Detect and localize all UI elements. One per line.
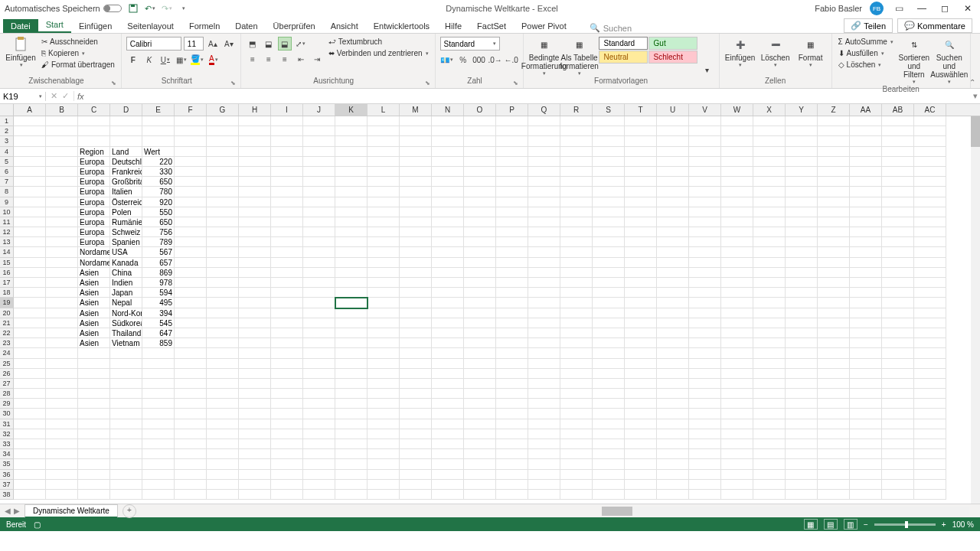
close-icon[interactable]: ✕ [960,3,975,14]
cell[interactable] [78,126,110,136]
cell[interactable] [400,217,432,227]
cell[interactable] [271,379,303,389]
cell[interactable] [914,116,946,126]
cell[interactable]: Nord-Korea [110,308,142,318]
row-header-3[interactable]: 3 [0,136,14,146]
row-header-15[interactable]: 15 [0,258,14,268]
cell[interactable] [175,338,207,348]
cell[interactable] [914,217,946,227]
cell[interactable] [464,187,496,197]
cell[interactable] [818,470,850,480]
cell[interactable] [368,449,400,459]
cell[interactable] [593,318,625,328]
cell[interactable] [400,480,432,490]
cell[interactable] [753,399,786,409]
macro-record-icon[interactable]: ▢ [34,520,41,529]
cell[interactable] [496,439,528,449]
cell[interactable] [175,429,207,439]
cell[interactable] [303,207,335,217]
cell[interactable] [175,227,207,237]
cell[interactable] [400,207,432,217]
cell[interactable] [175,126,207,136]
cell[interactable] [335,268,368,278]
cell[interactable] [657,359,689,369]
cell[interactable] [882,136,914,146]
cell[interactable] [46,247,78,257]
cell[interactable] [753,470,786,480]
cell[interactable] [14,470,46,480]
cell[interactable] [239,308,271,318]
cell[interactable] [528,197,560,207]
cell[interactable] [207,116,239,126]
cell[interactable] [142,459,175,469]
cell[interactable] [432,359,464,369]
cell[interactable] [818,348,850,358]
tab-überprüfen[interactable]: Überprüfen [266,19,323,33]
cell[interactable] [753,217,786,227]
cell[interactable] [46,419,78,429]
cell[interactable] [78,116,110,126]
cell[interactable] [689,389,721,399]
cell[interactable] [110,359,142,369]
cell[interactable] [528,308,560,318]
worksheet-grid[interactable]: ABCDEFGHIJKLMNOPQRSTUVWXYZAAABAC 1234Reg… [0,104,980,504]
cell[interactable] [400,439,432,449]
cell[interactable] [142,359,175,369]
cell[interactable] [271,227,303,237]
cell-style-neutral[interactable]: Neutral [599,51,648,64]
row-header-6[interactable]: 6 [0,167,14,177]
cell[interactable] [400,449,432,459]
cell[interactable] [593,258,625,268]
cell[interactable] [882,116,914,126]
cell[interactable] [14,126,46,136]
cell[interactable] [818,197,850,207]
cell[interactable] [882,348,914,358]
cell[interactable] [560,379,593,389]
cell[interactable] [593,308,625,318]
row-header-16[interactable]: 16 [0,268,14,278]
cell[interactable] [110,116,142,126]
cell[interactable] [753,116,786,126]
col-header-Z[interactable]: Z [818,104,850,116]
cell[interactable] [207,278,239,288]
cell[interactable] [721,126,753,136]
cell[interactable] [335,116,368,126]
cell[interactable] [14,480,46,490]
border-button[interactable]: ▦▾ [175,53,188,67]
cell[interactable] [271,187,303,197]
col-header-AA[interactable]: AA [850,104,882,116]
cell[interactable] [239,429,271,439]
cell[interactable] [464,328,496,338]
cell[interactable] [721,419,753,429]
align-left-icon[interactable]: ≡ [246,52,260,66]
cell[interactable] [14,308,46,318]
cell[interactable] [528,318,560,328]
col-header-P[interactable]: P [496,104,528,116]
cell[interactable] [657,369,689,379]
cell[interactable] [657,439,689,449]
enter-formula-icon[interactable]: ✓ [62,91,69,101]
cell[interactable] [657,288,689,298]
cell[interactable] [753,359,786,369]
cell[interactable] [496,207,528,217]
cell[interactable] [368,147,400,157]
cell[interactable] [689,258,721,268]
cell[interactable] [14,258,46,268]
cell[interactable] [625,409,657,419]
cell[interactable] [496,268,528,278]
cell[interactable] [207,157,239,167]
cell[interactable] [239,207,271,217]
cell[interactable]: Europa [78,157,110,167]
cell[interactable] [593,470,625,480]
zoom-slider[interactable] [874,523,936,526]
cell[interactable] [110,480,142,490]
cell[interactable] [560,126,593,136]
cell[interactable] [753,449,786,459]
cell[interactable] [657,308,689,318]
col-header-X[interactable]: X [753,104,786,116]
cell[interactable] [882,207,914,217]
cell[interactable] [689,439,721,449]
cell[interactable] [239,480,271,490]
cell[interactable] [753,197,786,207]
col-header-U[interactable]: U [657,104,689,116]
